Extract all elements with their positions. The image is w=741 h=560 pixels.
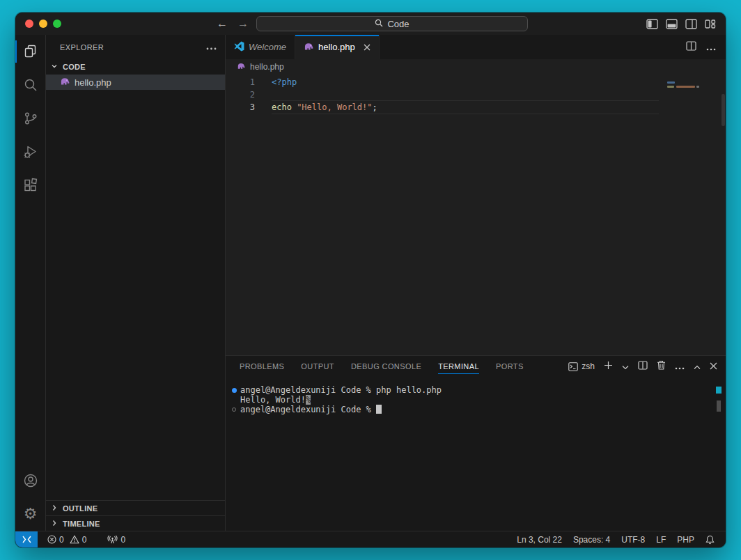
close-tab-icon[interactable] — [364, 44, 370, 51]
chevron-right-icon — [49, 518, 60, 530]
problems-status[interactable]: 0 0 — [42, 535, 92, 545]
code-line[interactable]: 1<?php — [226, 76, 726, 88]
new-terminal-icon[interactable] — [604, 360, 613, 373]
vscode-window: ← → Code — [15, 13, 726, 547]
tab-hello-php[interactable]: hello.php — [295, 35, 380, 59]
outline-section-header[interactable]: OUTLINE — [46, 500, 225, 515]
close-window-button[interactable] — [25, 20, 33, 28]
encoding[interactable]: UTF-8 — [616, 535, 650, 545]
panel-tab-ports[interactable]: PORTS — [496, 356, 524, 377]
eol-sequence[interactable]: LF — [650, 535, 671, 545]
breadcrumb[interactable]: hello.php — [226, 59, 726, 75]
panel-tab-output[interactable]: OUTPUT — [301, 356, 334, 377]
terminal-dropdown-chevron-icon[interactable] — [622, 360, 629, 373]
toggle-sidebar-icon[interactable] — [646, 19, 658, 29]
code-line[interactable]: 3echo "Hello, World!"; — [226, 101, 726, 114]
folder-section-header[interactable]: CODE — [46, 59, 225, 75]
split-terminal-icon[interactable] — [638, 360, 648, 373]
file-list: hello.php — [46, 75, 225, 90]
timeline-section-header[interactable]: TIMELINE — [46, 515, 225, 531]
accounts-icon[interactable] — [15, 464, 45, 497]
line-number: 2 — [226, 88, 272, 101]
settings-gear-icon[interactable]: ⚙ — [15, 497, 45, 531]
vscode-logo-icon — [234, 41, 244, 54]
warning-count: 0 — [82, 535, 87, 545]
indentation[interactable]: Spaces: 4 — [568, 535, 616, 545]
customize-layout-icon[interactable] — [705, 19, 716, 29]
maximize-panel-chevron-icon[interactable] — [694, 360, 701, 373]
line-content: <?php — [272, 76, 297, 88]
shell-label: zsh — [582, 361, 595, 371]
panel-more-actions-icon[interactable] — [675, 360, 685, 373]
line-content: echo "Hello, World!"; — [272, 101, 659, 114]
remote-indicator[interactable] — [15, 531, 38, 548]
shell-selector[interactable]: zsh — [568, 361, 595, 371]
terminal-line: angel@Angeldexuniji Code % — [226, 405, 726, 414]
titlebar: ← → Code — [15, 13, 726, 35]
code-lines: 1<?php23echo "Hello, World!"; — [226, 76, 726, 114]
minimap[interactable] — [662, 77, 716, 116]
forwarded-ports-count: 0 — [120, 535, 125, 545]
terminal-cursor — [376, 405, 382, 414]
tab-label: Welcome — [249, 42, 286, 52]
editor-scrollbar[interactable] — [722, 94, 725, 126]
search-sidebar-icon[interactable] — [15, 68, 45, 102]
split-editor-icon[interactable] — [686, 41, 696, 54]
php-file-icon — [304, 42, 314, 53]
panel-tab-terminal[interactable]: TERMINAL — [438, 356, 479, 377]
traffic-lights — [25, 20, 61, 28]
explorer-icon[interactable] — [15, 35, 45, 68]
panel-tab-problems[interactable]: PROBLEMS — [240, 356, 284, 377]
source-control-icon[interactable] — [15, 102, 45, 135]
maximize-window-button[interactable] — [53, 20, 61, 28]
panel-tabs: PROBLEMSOUTPUTDEBUG CONSOLETERMINALPORTS — [240, 356, 524, 377]
toggle-panel-icon[interactable] — [666, 19, 678, 29]
search-text: Code — [387, 19, 409, 29]
search-icon — [375, 19, 383, 29]
back-arrow-icon[interactable]: ← — [216, 17, 228, 30]
explorer-sidebar: EXPLORER CODE hello.php OUTLINE — [46, 35, 226, 531]
activity-bar: ⚙ — [15, 35, 46, 531]
forward-arrow-icon[interactable]: → — [237, 17, 249, 30]
php-file-icon — [60, 77, 70, 88]
chevron-right-icon — [49, 502, 60, 515]
terminal-line: angel@Angeldexuniji Code % php hello.php — [226, 385, 726, 395]
php-file-icon — [237, 62, 246, 72]
timeline-label: TIMELINE — [63, 520, 100, 528]
editor-more-actions-icon[interactable] — [706, 41, 716, 54]
tab-welcome[interactable]: Welcome — [226, 35, 295, 59]
command-decoration-hollow[interactable] — [232, 407, 236, 412]
terminal-output[interactable]: angel@Angeldexuniji Code % php hello.php… — [226, 377, 726, 531]
kill-terminal-trash-icon[interactable] — [657, 360, 666, 373]
sidebar-more-actions-icon[interactable] — [206, 43, 217, 52]
breadcrumb-file: hello.php — [250, 62, 284, 72]
terminal-line: Hello, World!% — [226, 395, 726, 405]
terminal-scrollbar[interactable] — [717, 400, 721, 412]
tab-label: hello.php — [318, 42, 355, 52]
cursor-position[interactable]: Ln 3, Col 22 — [511, 535, 568, 545]
code-editor[interactable]: 1<?php23echo "Hello, World!"; — [226, 75, 726, 355]
chevron-down-icon — [49, 61, 60, 73]
notifications-bell-icon[interactable] — [700, 535, 720, 545]
close-panel-icon[interactable] — [710, 360, 717, 373]
file-item[interactable]: hello.php — [46, 75, 225, 90]
language-mode[interactable]: PHP — [671, 535, 700, 545]
command-center-search[interactable]: Code — [256, 16, 528, 31]
extensions-icon[interactable] — [15, 169, 45, 202]
code-line[interactable]: 2 — [226, 88, 726, 101]
run-debug-icon[interactable] — [15, 135, 45, 169]
folder-section-label: CODE — [63, 63, 86, 71]
panel-tab-debug-console[interactable]: DEBUG CONSOLE — [351, 356, 421, 377]
command-decoration-filled[interactable] — [232, 388, 237, 393]
editor-tabbar: Welcome hello.php — [226, 35, 726, 59]
file-name: hello.php — [75, 77, 111, 88]
terminal-overview-marker — [716, 387, 722, 394]
line-number: 1 — [226, 76, 272, 88]
status-bar: 0 0 0 Ln 3, Col 22 Spaces: 4 UTF-8 LF PH… — [15, 531, 726, 547]
minimize-window-button[interactable] — [39, 20, 47, 28]
toggle-secondary-sidebar-icon[interactable] — [685, 19, 697, 29]
partial-line-marker: % — [306, 395, 311, 405]
ports-status[interactable]: 0 — [102, 535, 131, 545]
error-count: 0 — [59, 535, 64, 545]
line-number: 3 — [226, 101, 272, 114]
